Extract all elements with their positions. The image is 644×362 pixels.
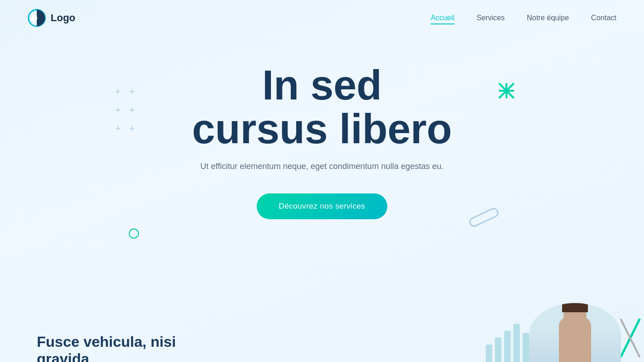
bar-4 xyxy=(513,324,520,362)
plus-icon-1: + xyxy=(115,87,121,97)
bar-3 xyxy=(504,331,511,362)
hero-subtitle: Ut efficitur elementum neque, eget condi… xyxy=(201,162,444,171)
x-decoration xyxy=(498,82,515,101)
hero-section: + + + + + + In sed cursus libero Ut effi… xyxy=(0,36,644,294)
person-hair xyxy=(562,303,588,312)
x-icon xyxy=(498,82,515,99)
plus-icon-5: + xyxy=(115,123,121,134)
hero-title-line2: cursus libero xyxy=(192,107,452,151)
nav-item-services[interactable]: Services xyxy=(477,14,505,22)
logo[interactable]: Logo xyxy=(28,9,75,27)
nav-link-accueil[interactable]: Accueil xyxy=(431,14,454,22)
plus-icon-3: + xyxy=(115,105,121,115)
nav-link-contact[interactable]: Contact xyxy=(591,14,616,22)
nav-link-services[interactable]: Services xyxy=(477,14,505,22)
hero-title-line1: In sed xyxy=(192,64,452,107)
circle-decoration xyxy=(129,228,139,239)
person-area xyxy=(529,303,621,362)
logo-text: Logo xyxy=(51,12,75,24)
hero-title: In sed cursus libero xyxy=(192,64,452,151)
svg-rect-6 xyxy=(469,207,500,228)
pill-icon xyxy=(465,204,501,232)
plus-decoration-group: + + + + + + xyxy=(115,87,135,134)
nav-item-notre-equipe[interactable]: Notre équipe xyxy=(527,14,569,22)
nav-item-contact[interactable]: Contact xyxy=(591,14,616,22)
pill-decoration xyxy=(465,204,501,234)
bottom-title: Fusce vehicula, nisi gravida xyxy=(37,333,221,362)
bottom-section: Fusce vehicula, nisi gravida xyxy=(0,294,644,362)
plus-icon-2: + xyxy=(129,87,135,97)
bar-1 xyxy=(486,344,492,362)
plus-icon-6: + xyxy=(129,123,135,134)
bottom-illustration xyxy=(486,303,644,362)
nav-links: Accueil Services Notre équipe Contact xyxy=(431,14,616,22)
nav-item-accueil[interactable]: Accueil xyxy=(431,14,454,22)
navbar: Logo Accueil Services Notre équipe Conta… xyxy=(0,0,644,36)
svg-point-1 xyxy=(31,15,37,21)
bar-2 xyxy=(495,338,501,362)
plus-icon-4: + xyxy=(129,105,135,115)
cta-button[interactable]: Découvrez nos services xyxy=(257,193,387,219)
logo-icon xyxy=(28,9,46,27)
nav-link-notre-equipe[interactable]: Notre équipe xyxy=(527,14,569,22)
